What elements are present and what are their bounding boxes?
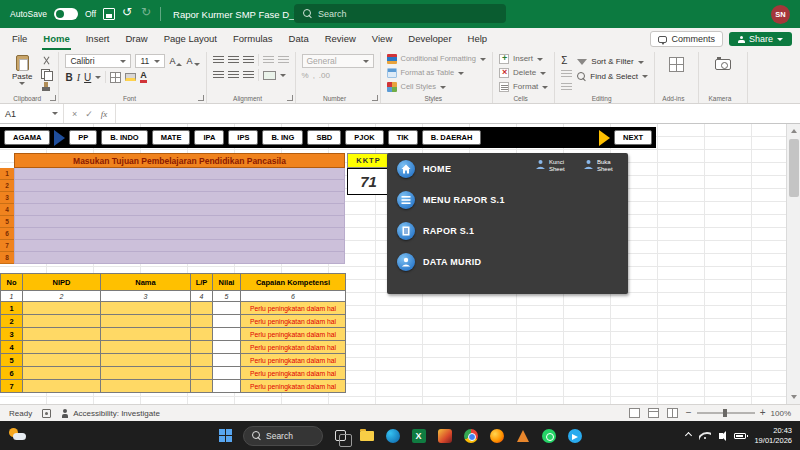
tab-draw[interactable]: Draw <box>117 29 155 49</box>
menu-item-rapor[interactable]: RAPOR S.1 <box>397 222 505 240</box>
lp-cell[interactable] <box>191 354 213 367</box>
subject-tab-ipa[interactable]: IPA <box>194 130 224 146</box>
italic-button[interactable]: I <box>77 72 80 83</box>
capaian-cell[interactable]: Perlu peningkatan dalam hal <box>241 367 346 380</box>
borders-icon[interactable] <box>110 72 121 83</box>
page-layout-view-icon[interactable] <box>648 408 659 418</box>
capaian-cell[interactable]: Perlu peningkatan dalam hal <box>241 341 346 354</box>
nipd-cell[interactable] <box>23 315 101 328</box>
normal-view-icon[interactable] <box>629 408 640 418</box>
scrollbar-thumb[interactable] <box>789 139 799 197</box>
delete-cells-button[interactable]: Delete <box>499 68 548 78</box>
comments-button[interactable]: Comments <box>650 31 723 47</box>
vertical-scrollbar[interactable] <box>786 124 800 404</box>
edge-button[interactable] <box>384 427 401 444</box>
whatsapp-button[interactable] <box>540 427 557 444</box>
align-middle-icon[interactable] <box>228 56 239 65</box>
subject-tab-next[interactable]: NEXT <box>614 130 652 146</box>
titlebar-search-box[interactable]: Search <box>294 4 506 23</box>
vlc-button[interactable] <box>514 427 531 444</box>
kunci-sheet-button[interactable]: Kunci Sheet <box>535 159 574 173</box>
zoom-slider-thumb[interactable] <box>723 409 727 417</box>
menu-item-home[interactable]: HOME <box>397 160 505 178</box>
align-bottom-icon[interactable] <box>243 56 254 65</box>
tp-input-cell[interactable] <box>14 192 345 204</box>
zoom-slider[interactable] <box>697 412 755 414</box>
accessibility-checker[interactable]: Accessibility: Investigate <box>61 409 160 418</box>
nipd-cell[interactable] <box>23 380 101 393</box>
lp-cell[interactable] <box>191 380 213 393</box>
wifi-icon[interactable] <box>699 432 711 440</box>
avatar[interactable]: SN <box>771 5 790 24</box>
nama-cell[interactable] <box>101 380 191 393</box>
tp-input-cell[interactable] <box>14 228 345 240</box>
cut-icon[interactable] <box>41 56 52 66</box>
format-as-table-button[interactable]: Format as Table <box>387 68 486 78</box>
nipd-cell[interactable] <box>23 302 101 315</box>
paste-button[interactable]: Paste <box>8 54 36 86</box>
tp-input-cell[interactable] <box>14 216 345 228</box>
nilai-cell[interactable] <box>213 367 241 380</box>
tab-developer[interactable]: Developer <box>400 29 459 49</box>
subject-tab-agama[interactable]: AGAMA <box>4 130 50 146</box>
undo-icon[interactable] <box>122 8 134 20</box>
nama-cell[interactable] <box>101 302 191 315</box>
clear-icon[interactable] <box>561 83 572 92</box>
align-right-icon[interactable] <box>243 71 254 80</box>
wrap-text-icon[interactable] <box>278 56 289 65</box>
tab-page-layout[interactable]: Page Layout <box>156 29 225 49</box>
align-left-icon[interactable] <box>213 71 224 80</box>
font-size-select[interactable]: 11 <box>135 54 165 68</box>
subject-tab-pjok[interactable]: PJOK <box>345 130 383 146</box>
nilai-cell[interactable] <box>213 380 241 393</box>
cancel-icon[interactable]: × <box>72 109 77 119</box>
start-button[interactable] <box>217 427 234 444</box>
redo-icon[interactable] <box>141 8 153 20</box>
decimal-icon[interactable]: .00 <box>319 71 330 80</box>
sort-filter-button[interactable]: Sort & Filter <box>577 58 648 66</box>
nilai-cell[interactable] <box>213 315 241 328</box>
capaian-cell[interactable]: Perlu peningkatan dalam hal <box>241 354 346 367</box>
font-color-icon[interactable]: A <box>140 71 147 83</box>
capaian-cell[interactable]: Perlu peningkatan dalam hal <box>241 302 346 315</box>
dialog-launcher-icon[interactable] <box>198 95 204 101</box>
merge-center-icon[interactable] <box>263 71 276 80</box>
nama-cell[interactable] <box>101 315 191 328</box>
subject-tab-sbd[interactable]: SBD <box>307 130 341 146</box>
tab-help[interactable]: Help <box>460 29 496 49</box>
autosum-icon[interactable]: Σ <box>561 56 572 66</box>
nama-cell[interactable] <box>101 341 191 354</box>
volume-icon[interactable] <box>719 433 723 439</box>
lp-cell[interactable] <box>191 302 213 315</box>
scroll-down-icon[interactable] <box>791 395 797 399</box>
align-center-icon[interactable] <box>228 71 239 80</box>
find-select-button[interactable]: Find & Select <box>577 72 648 81</box>
taskbar-clock[interactable]: 20:43 19/01/2026 <box>754 426 792 445</box>
taskbar-search[interactable]: Search <box>243 426 323 446</box>
addins-icon[interactable] <box>669 57 684 72</box>
tab-review[interactable]: Review <box>317 29 364 49</box>
tab-formulas[interactable]: Formulas <box>225 29 281 49</box>
fill-icon[interactable] <box>561 70 572 79</box>
dialog-launcher-icon[interactable] <box>287 95 293 101</box>
conditional-formatting-button[interactable]: Conditional Formatting <box>387 54 486 64</box>
subject-tab-b-daerah[interactable]: B. DAERAH <box>422 130 482 146</box>
game-app-button[interactable] <box>436 427 453 444</box>
tp-input-cell[interactable] <box>14 240 345 252</box>
nama-cell[interactable] <box>101 367 191 380</box>
nilai-cell[interactable] <box>213 302 241 315</box>
nilai-cell[interactable] <box>213 354 241 367</box>
firefox-button[interactable] <box>488 427 505 444</box>
copy-icon[interactable] <box>41 69 52 79</box>
underline-button[interactable]: U <box>84 72 91 83</box>
name-box[interactable]: A1 <box>0 104 64 123</box>
widgets-weather-icon[interactable] <box>9 427 27 443</box>
capaian-cell[interactable]: Perlu peningkatan dalam hal <box>241 328 346 341</box>
buka-sheet-button[interactable]: Buka Sheet <box>583 159 622 173</box>
share-button[interactable]: Share <box>729 32 792 46</box>
menu-item-data-murid[interactable]: DATA MURID <box>397 253 505 271</box>
lp-cell[interactable] <box>191 367 213 380</box>
subject-tab-b-ing[interactable]: B. ING <box>262 130 303 146</box>
increase-font-size-icon[interactable]: A <box>169 57 182 66</box>
percent-style-icon[interactable]: % <box>302 71 309 80</box>
